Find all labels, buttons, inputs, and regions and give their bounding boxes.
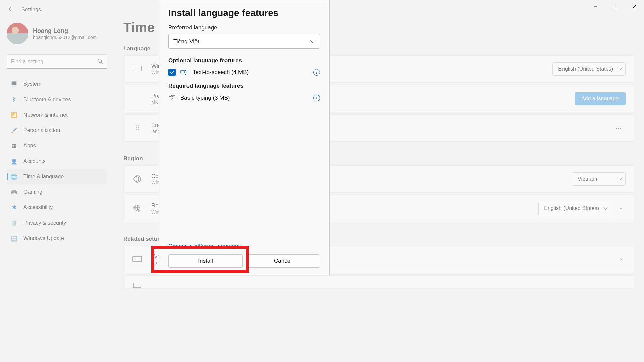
svg-point-4 (98, 59, 102, 63)
drag-icon[interactable]: ⠿ (132, 123, 143, 133)
cancel-button[interactable]: Cancel (246, 254, 320, 268)
preferred-language-select[interactable]: Tiếng Việt (168, 34, 320, 49)
display-language-dropdown[interactable]: English (United States) (552, 62, 626, 76)
back-icon[interactable] (7, 6, 13, 13)
update-icon: 🔄 (11, 235, 17, 242)
sidebar-item-personalization[interactable]: 🖌️Personalization (7, 123, 107, 138)
sidebar-item-label: Time & language (23, 174, 64, 180)
speaker-icon (180, 69, 188, 76)
sidebar-item-label: Personalization (23, 127, 60, 133)
keyboard-icon (132, 254, 143, 265)
sidebar-item-label: Accounts (23, 158, 46, 164)
card-partial[interactable] (123, 275, 634, 289)
sidebar-item-label: Bluetooth & devices (23, 97, 71, 103)
sidebar-item-label: System (23, 81, 41, 87)
gamepad-icon: 🎮 (11, 189, 17, 195)
chevron-down-icon[interactable] (616, 204, 626, 213)
feature-label: Basic typing (3 MB) (180, 95, 230, 101)
svg-rect-15 (133, 256, 142, 262)
info-icon[interactable]: i (313, 95, 320, 101)
install-language-dialog: Install language features Preferred lang… (159, 0, 330, 275)
svg-rect-6 (133, 66, 141, 71)
globe-format-icon: A (132, 203, 143, 214)
sidebar-item-accessibility[interactable]: ✱Accessibility (7, 200, 107, 215)
brush-icon: 🖌️ (11, 127, 17, 134)
feature-text-to-speech: Text-to-speech (4 MB) i (168, 69, 320, 76)
svg-line-5 (101, 62, 103, 64)
close-window-button[interactable] (625, 0, 644, 13)
more-icon[interactable]: ⋯ (612, 122, 626, 134)
bluetooth-icon: ᛒ (11, 96, 17, 103)
globe-icon (132, 174, 143, 184)
profile-block[interactable]: Hoang Long hoanglong062012@gmail.com (7, 23, 107, 44)
sidebar-item-update[interactable]: 🔄Windows Update (7, 231, 107, 246)
globe-clock-icon: 🌐 (11, 173, 17, 180)
sidebar-item-accounts[interactable]: 👤Accounts (7, 154, 107, 169)
search-input[interactable] (7, 54, 107, 69)
country-dropdown[interactable]: Vietnam (572, 172, 626, 186)
svg-text:A: A (138, 209, 140, 213)
search-icon (97, 58, 103, 66)
sidebar-item-label: Accessibility (23, 204, 53, 210)
regional-format-dropdown[interactable]: English (United States) (538, 202, 611, 215)
sidebar-item-network[interactable]: 📶Network & internet (7, 107, 107, 123)
sidebar-item-time-language[interactable]: 🌐Time & language (7, 169, 107, 184)
feature-label: Text-to-speech (4 MB) (193, 69, 249, 76)
choose-different-language-link[interactable]: Choose a different language (168, 243, 320, 250)
sidebar-item-system[interactable]: 🖥️System (7, 76, 107, 92)
required-features-section: Required language features (168, 83, 320, 89)
preferred-language-label: Preferred language (168, 24, 320, 31)
accessibility-icon: ✱ (11, 204, 17, 211)
maximize-button[interactable] (605, 0, 625, 13)
system-icon: 🖥️ (11, 81, 17, 87)
install-button[interactable]: Install (168, 254, 243, 268)
wifi-icon: 📶 (11, 112, 17, 118)
minimize-button[interactable] (586, 0, 605, 13)
tts-checkbox[interactable] (168, 69, 176, 76)
display-icon (132, 64, 143, 74)
sidebar-item-privacy[interactable]: 🛡️Privacy & security (7, 215, 107, 231)
sidebar-item-label: Apps (23, 143, 36, 149)
avatar (7, 23, 28, 44)
sidebar-item-apps[interactable]: ▦Apps (7, 138, 107, 154)
sidebar-item-bluetooth[interactable]: ᛒBluetooth & devices (7, 92, 107, 107)
person-icon: 👤 (11, 158, 17, 165)
sidebar-item-label: Windows Update (23, 235, 64, 241)
sidebar-item-gaming[interactable]: 🎮Gaming (7, 184, 107, 200)
optional-features-section: Optional language features (168, 57, 320, 64)
svg-rect-22 (181, 70, 184, 73)
icon-placeholder (132, 280, 143, 291)
add-language-button[interactable]: Add a language (575, 92, 626, 105)
apps-icon: ▦ (11, 142, 17, 149)
dialog-title: Install language features (168, 8, 320, 18)
profile-email: hoanglong062012@gmail.com (33, 35, 97, 40)
shield-icon: 🛡️ (11, 220, 17, 226)
chevron-right-icon[interactable] (616, 255, 626, 264)
feature-basic-typing: ABC✓ Basic typing (3 MB) i (168, 94, 320, 102)
svg-rect-1 (613, 5, 616, 8)
profile-name: Hoang Long (33, 27, 97, 35)
app-title: Settings (21, 7, 41, 13)
sidebar-item-label: Network & internet (23, 112, 68, 118)
sidebar-item-label: Privacy & security (23, 220, 66, 226)
info-icon[interactable]: i (313, 69, 320, 76)
abc-check-icon: ABC✓ (168, 94, 176, 102)
sidebar-item-label: Gaming (23, 189, 42, 195)
svg-rect-21 (133, 283, 141, 288)
